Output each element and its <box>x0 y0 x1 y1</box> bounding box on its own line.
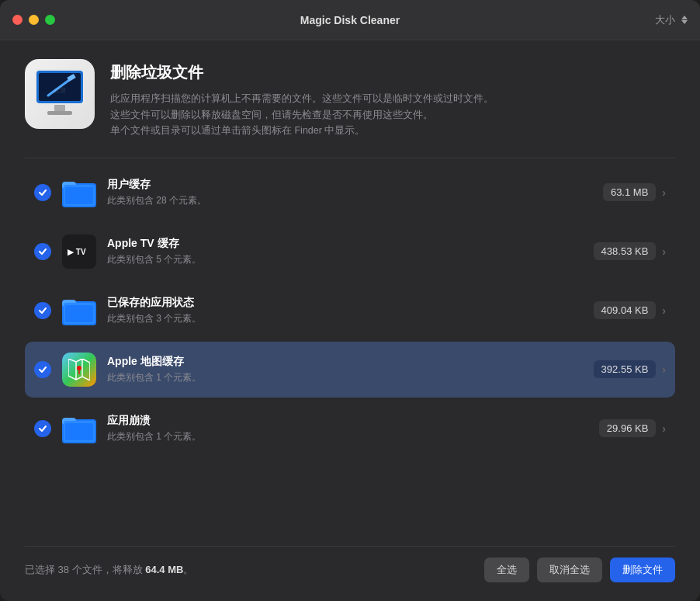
item-text: 已保存的应用状态此类别包含 3 个元素。 <box>107 296 594 325</box>
item-subtitle: 此类别包含 1 个元素。 <box>107 430 599 443</box>
main-window: Magic Disk Cleaner 大小 <box>0 0 700 601</box>
list-item[interactable]: 用户缓存此类别包含 28 个元素。63.1 MB› <box>25 165 675 221</box>
maps-icon <box>62 353 96 387</box>
check-circle[interactable] <box>34 361 51 378</box>
header-divider <box>25 158 675 158</box>
item-size-badge: 438.53 KB <box>594 242 657 260</box>
folder-icon <box>62 412 96 446</box>
item-right: 409.04 KB› <box>594 301 666 319</box>
item-right: 392.55 KB› <box>594 360 666 378</box>
maximize-button[interactable] <box>45 15 55 25</box>
item-right: 438.53 KB› <box>594 242 666 260</box>
list-item[interactable]: ▶ TV Apple TV 缓存此类别包含 5 个元素。438.53 KB› <box>25 224 675 280</box>
minimize-button[interactable] <box>29 15 39 25</box>
item-subtitle: 此类别包含 5 个元素。 <box>107 253 594 266</box>
check-circle[interactable] <box>34 302 51 319</box>
chevron-right-icon[interactable]: › <box>662 186 666 199</box>
item-name: Apple TV 缓存 <box>107 237 594 251</box>
header-description: 此应用程序扫描您的计算机上不再需要的文件。这些文件可以是临时文件或过时文件。 这… <box>110 91 675 139</box>
footer-status-suffix: 。 <box>183 564 193 575</box>
check-circle[interactable] <box>34 243 51 260</box>
item-size-badge: 63.1 MB <box>603 183 656 201</box>
footer-status-prefix: 已选择 38 个文件，将释放 <box>25 564 145 575</box>
item-text: Apple TV 缓存此类别包含 5 个元素。 <box>107 237 594 266</box>
item-text: 用户缓存此类别包含 28 个元素。 <box>107 178 603 207</box>
chevron-right-icon[interactable]: › <box>662 363 666 376</box>
svg-text:欢迎: 欢迎 <box>54 87 66 94</box>
folder-icon <box>62 294 96 328</box>
item-name: 应用崩溃 <box>107 414 599 428</box>
svg-point-20 <box>77 366 81 370</box>
header-section: 欢迎 删除垃圾文件 此应用程序扫描您的计算机上不再需要的文件。这些文件可以是临时… <box>25 59 675 139</box>
item-right: 63.1 MB› <box>603 183 666 201</box>
titlebar: Magic Disk Cleaner 大小 <box>0 0 700 40</box>
item-size-badge: 29.96 KB <box>599 419 657 437</box>
titlebar-right-controls: 大小 <box>655 13 688 27</box>
size-stepper[interactable] <box>681 16 688 24</box>
svg-rect-25 <box>65 423 93 440</box>
chevron-right-icon[interactable]: › <box>662 304 666 317</box>
delete-files-button[interactable]: 删除文件 <box>610 558 675 582</box>
item-name: 已保存的应用状态 <box>107 296 594 310</box>
folder-icon <box>62 175 96 210</box>
item-text: Apple 地图缓存此类别包含 1 个元素。 <box>107 355 594 384</box>
footer-buttons: 全选 取消全选 删除文件 <box>484 558 675 582</box>
svg-text:▶ TV: ▶ TV <box>68 248 86 256</box>
app-icon: 欢迎 <box>25 59 95 129</box>
deselect-all-button[interactable]: 取消全选 <box>537 558 602 582</box>
check-circle[interactable] <box>34 420 51 437</box>
item-subtitle: 此类别包含 3 个元素。 <box>107 312 594 325</box>
chevron-right-icon[interactable]: › <box>662 422 666 435</box>
close-button[interactable] <box>12 15 23 25</box>
list-section: 用户缓存此类别包含 28 个元素。63.1 MB› ▶ TV Apple TV … <box>25 165 675 540</box>
footer: 已选择 38 个文件，将释放 64.4 MB。 全选 取消全选 删除文件 <box>25 546 675 589</box>
svg-rect-11 <box>65 187 93 204</box>
svg-rect-16 <box>65 305 93 322</box>
list-item[interactable]: Apple 地图缓存此类别包含 1 个元素。392.55 KB› <box>25 342 675 398</box>
header-title: 删除垃圾文件 <box>110 62 675 83</box>
chevron-right-icon[interactable]: › <box>662 245 666 258</box>
svg-rect-6 <box>47 111 72 115</box>
item-text: 应用崩溃此类别包含 1 个元素。 <box>107 414 599 443</box>
item-size-badge: 409.04 KB <box>594 301 657 319</box>
footer-status-size: 64.4 MB <box>145 564 183 575</box>
main-content: 欢迎 删除垃圾文件 此应用程序扫描您的计算机上不再需要的文件。这些文件可以是临时… <box>0 40 700 601</box>
select-all-button[interactable]: 全选 <box>484 558 529 582</box>
footer-status: 已选择 38 个文件，将释放 64.4 MB。 <box>25 563 193 577</box>
traffic-lights <box>12 15 55 25</box>
item-name: Apple 地图缓存 <box>107 355 594 369</box>
size-label: 大小 <box>655 13 675 27</box>
item-size-badge: 392.55 KB <box>594 360 657 378</box>
svg-rect-5 <box>54 105 65 111</box>
window-title: Magic Disk Cleaner <box>300 14 400 26</box>
header-text: 删除垃圾文件 此应用程序扫描您的计算机上不再需要的文件。这些文件可以是临时文件或… <box>110 59 675 139</box>
list-item[interactable]: 已保存的应用状态此类别包含 3 个元素。409.04 KB› <box>25 283 675 339</box>
item-subtitle: 此类别包含 1 个元素。 <box>107 371 594 384</box>
item-subtitle: 此类别包含 28 个元素。 <box>107 194 603 207</box>
list-item[interactable]: 应用崩溃此类别包含 1 个元素。29.96 KB› <box>25 401 675 457</box>
check-circle[interactable] <box>34 184 51 201</box>
item-name: 用户缓存 <box>107 178 603 192</box>
item-right: 29.96 KB› <box>599 419 666 437</box>
appletv-icon: ▶ TV <box>62 234 96 269</box>
